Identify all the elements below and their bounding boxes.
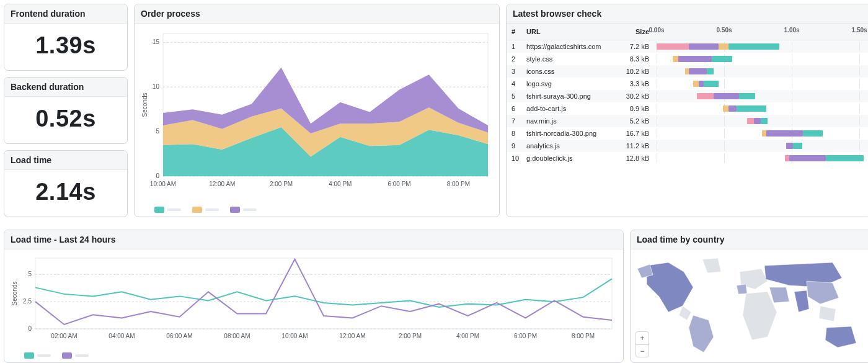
- row-url: style.css: [526, 55, 619, 63]
- metric-value: 1.39s: [4, 24, 127, 70]
- legend-swatch-sand: [192, 207, 202, 213]
- svg-text:6:00 PM: 6:00 PM: [514, 333, 537, 339]
- svg-text:0: 0: [28, 325, 32, 332]
- waterfall-body: 1https://galacticshirts.com7.2 kB2style.…: [507, 40, 868, 164]
- legend-swatch-teal: [154, 207, 164, 213]
- svg-text:15: 15: [153, 38, 160, 45]
- svg-text:2.5: 2.5: [23, 298, 32, 305]
- row-url: nav.min.js: [526, 117, 619, 125]
- waterfall-row[interactable]: 9analytics.js11.2 kB: [507, 140, 868, 152]
- svg-text:04:00 AM: 04:00 AM: [108, 333, 135, 339]
- order-process-chart[interactable]: 051015Seconds10:00 AM12:00 AM2:00 PM4:00…: [135, 24, 499, 204]
- svg-text:06:00 AM: 06:00 AM: [166, 333, 192, 339]
- row-num: 2: [512, 55, 523, 63]
- world-map[interactable]: + −: [631, 249, 868, 362]
- load-24h-panel: Load time - Last 24 hours 02.55Seconds02…: [4, 230, 624, 363]
- waterfall-row[interactable]: 1https://galacticshirts.com7.2 kB: [507, 40, 868, 53]
- svg-text:12:00 AM: 12:00 AM: [339, 333, 365, 339]
- row-bar: [657, 141, 866, 151]
- row-num: 8: [512, 130, 523, 137]
- svg-text:Seconds: Seconds: [141, 93, 148, 117]
- row-url: analytics.js: [526, 142, 619, 150]
- legend-dash: [205, 208, 219, 211]
- row-num: 1: [512, 43, 523, 50]
- row-bar: [657, 116, 866, 126]
- svg-text:Seconds: Seconds: [11, 282, 18, 306]
- svg-text:08:00 AM: 08:00 AM: [224, 333, 250, 339]
- zoom-out-button[interactable]: −: [636, 344, 649, 357]
- waterfall-tick: 0.50s: [717, 27, 732, 34]
- svg-text:10: 10: [153, 83, 160, 90]
- row-size: 30.2 kB: [623, 92, 653, 100]
- waterfall-row[interactable]: 2style.css8.3 kB: [507, 53, 868, 65]
- waterfall-row[interactable]: 3icons.css10.2 kB: [507, 65, 868, 78]
- waterfall-tick: 0.00s: [649, 27, 664, 34]
- svg-text:2:00 PM: 2:00 PM: [270, 181, 293, 187]
- row-num: 10: [512, 155, 523, 162]
- metric-backend-duration: Backend duration 0.52s: [4, 77, 128, 144]
- metric-title: Frontend duration: [4, 4, 127, 24]
- waterfall-row[interactable]: 4logo.svg3.3 kB: [507, 78, 868, 90]
- row-size: 16.7 kB: [623, 130, 653, 137]
- svg-text:4:00 PM: 4:00 PM: [456, 333, 479, 339]
- panel-title: Order process: [135, 4, 499, 24]
- order-process-legend: [135, 204, 499, 217]
- row-num: 7: [512, 117, 523, 125]
- row-url: icons.css: [526, 68, 619, 75]
- metric-frontend-duration: Frontend duration 1.39s: [4, 4, 128, 71]
- row-bar: [657, 153, 866, 163]
- row-num: 9: [512, 142, 523, 150]
- waterfall-tick: 1.00s: [784, 27, 800, 34]
- row-size: 3.3 kB: [623, 80, 653, 87]
- load-24h-chart[interactable]: 02.55Seconds02:00 AM04:00 AM06:00 AM08:0…: [4, 249, 623, 350]
- waterfall-row[interactable]: 5tshirt-suraya-300.png30.2 kB: [507, 90, 868, 102]
- metric-value: 0.52s: [4, 97, 127, 143]
- svg-text:10:00 AM: 10:00 AM: [281, 333, 308, 339]
- row-size: 11.2 kB: [623, 142, 653, 150]
- col-num: #: [512, 28, 523, 35]
- svg-text:8:00 PM: 8:00 PM: [572, 333, 595, 339]
- waterfall-header: # URL Size 0.00s0.50s1.00s1.50s: [507, 24, 868, 40]
- svg-text:10:00 AM: 10:00 AM: [150, 181, 176, 187]
- row-url: tshirt-suraya-300.png: [526, 92, 619, 100]
- col-url: URL: [526, 28, 619, 35]
- waterfall-row[interactable]: 7nav.min.js5.2 kB: [507, 115, 868, 127]
- panel-title: Latest browser check: [507, 4, 868, 24]
- metric-load-time: Load time 2.14s: [4, 150, 128, 217]
- waterfall-row[interactable]: 6add-to-cart.js0.9 kB: [507, 102, 868, 115]
- row-size: 5.2 kB: [623, 117, 653, 125]
- row-url: tshirt-norcadia-300.png: [526, 130, 619, 137]
- waterfall-row[interactable]: 10g.doubleclick.js12.8 kB: [507, 152, 868, 164]
- row-size: 8.3 kB: [623, 55, 653, 63]
- waterfall-row[interactable]: 8tshirt-norcadia-300.png16.7 kB: [507, 127, 868, 140]
- svg-text:02:00 AM: 02:00 AM: [51, 333, 77, 339]
- row-size: 10.2 kB: [623, 68, 653, 75]
- waterfall-time-axis: 0.00s0.50s1.00s1.50s: [657, 27, 866, 37]
- row-url: add-to-cart.js: [526, 105, 619, 112]
- row-bar: [657, 104, 866, 114]
- svg-text:6:00 PM: 6:00 PM: [388, 181, 410, 187]
- legend-swatch-purple: [230, 207, 240, 213]
- browser-check-panel: Latest browser check # URL Size 0.00s0.5…: [506, 4, 868, 217]
- svg-text:12:00 AM: 12:00 AM: [209, 181, 235, 187]
- svg-text:4:00 PM: 4:00 PM: [329, 181, 352, 187]
- svg-text:5: 5: [28, 271, 32, 277]
- waterfall-tick: 1.50s: [852, 27, 867, 34]
- row-size: 7.2 kB: [623, 43, 653, 50]
- metrics-column: Frontend duration 1.39s Backend duration…: [4, 4, 128, 217]
- legend-dash: [75, 354, 89, 357]
- panel-title: Load time - Last 24 hours: [4, 230, 623, 249]
- zoom-in-button[interactable]: +: [636, 332, 649, 344]
- row-num: 5: [512, 92, 523, 100]
- row-bar: [657, 91, 866, 101]
- country-panel: Load time by country + −: [630, 230, 868, 363]
- row-size: 0.9 kB: [623, 105, 653, 112]
- metric-title: Load time: [4, 151, 127, 170]
- row-bar: [657, 66, 866, 76]
- row-url: https://galacticshirts.com: [526, 43, 619, 50]
- row-num: 3: [512, 68, 523, 75]
- row-bar: [657, 54, 866, 64]
- row-num: 6: [512, 105, 523, 112]
- svg-text:0: 0: [156, 173, 159, 179]
- row-bar: [657, 128, 866, 138]
